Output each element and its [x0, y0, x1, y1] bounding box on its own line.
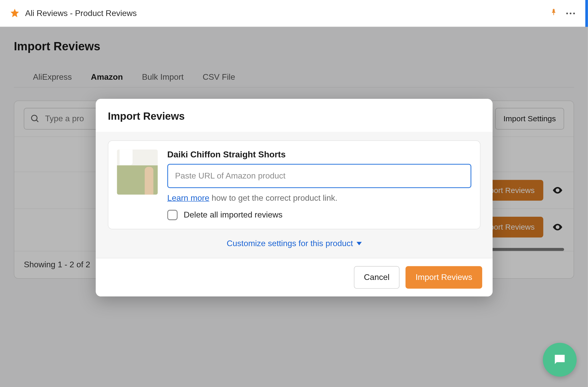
learn-more-link[interactable]: Learn more	[167, 193, 209, 202]
amazon-url-input[interactable]	[167, 164, 471, 188]
import-reviews-modal: Import Reviews Daiki Chiffon Straight Sh…	[96, 99, 493, 296]
more-icon[interactable]	[566, 12, 575, 14]
chat-icon	[552, 352, 567, 367]
top-bar: Ali Reviews - Product Reviews	[0, 0, 588, 27]
product-card: Daiki Chiffon Straight Shorts Learn more…	[108, 140, 480, 229]
product-thumbnail	[117, 150, 158, 195]
app-logo-icon	[9, 7, 21, 19]
modal-title: Import Reviews	[96, 99, 493, 132]
help-text: Learn more how to get the correct produc…	[167, 193, 471, 203]
chat-fab[interactable]	[543, 343, 577, 377]
delete-imported-checkbox[interactable]	[167, 210, 177, 220]
customize-settings-label: Customize settings for this product	[227, 239, 353, 248]
caret-down-icon	[356, 242, 362, 245]
import-reviews-submit-button[interactable]: Import Reviews	[406, 266, 482, 288]
product-name: Daiki Chiffon Straight Shorts	[167, 150, 471, 160]
customize-settings-link[interactable]: Customize settings for this product	[108, 239, 480, 248]
cancel-button[interactable]: Cancel	[354, 266, 399, 288]
delete-imported-label: Delete all imported reviews	[184, 210, 282, 220]
pin-icon[interactable]	[550, 8, 558, 18]
help-tail: how to get the correct product link.	[209, 193, 338, 202]
accent-bar	[585, 0, 588, 27]
app-title: Ali Reviews - Product Reviews	[25, 9, 137, 18]
